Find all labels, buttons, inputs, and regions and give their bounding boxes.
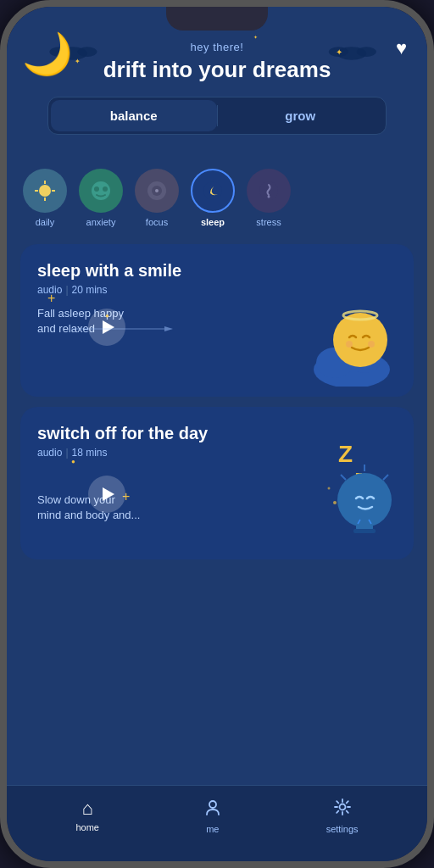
svg-point-29 — [337, 473, 392, 527]
card1-title: sleep with a smile — [37, 261, 397, 281]
settings-icon — [333, 798, 352, 821]
svg-point-37 — [333, 501, 337, 504]
daily-circle — [23, 169, 67, 213]
sleep-label: sleep — [201, 217, 225, 227]
category-sleep[interactable]: sleep — [188, 169, 237, 227]
phone-frame: 🌙 ♥ ✦ ✦ ✦ hey there! drift into your dre… — [0, 0, 434, 868]
card1-duration: 20 mins — [72, 284, 108, 296]
sleep-circle — [191, 169, 235, 213]
home-label: home — [75, 822, 99, 832]
settings-label: settings — [326, 824, 359, 834]
daily-label: daily — [36, 217, 55, 227]
category-stress[interactable]: stress — [244, 169, 293, 227]
svg-point-12 — [94, 186, 99, 192]
stress-circle — [247, 169, 291, 213]
balance-toggle-btn[interactable]: balance — [51, 100, 217, 131]
dot-deco-2: ● — [71, 458, 75, 465]
anxiety-label: anxiety — [86, 217, 116, 227]
svg-marker-21 — [164, 326, 173, 331]
card2-type: audio — [37, 447, 62, 459]
card2-play-button[interactable] — [88, 476, 125, 513]
card-sleep-smile[interactable]: + ● sleep with a smile audio | 20 mins F… — [20, 244, 414, 397]
favorite-button[interactable]: ♥ — [396, 37, 407, 59]
card1-illustration — [297, 302, 407, 390]
focus-label: focus — [146, 217, 168, 227]
svg-point-28 — [368, 341, 375, 348]
nav-settings[interactable]: settings — [309, 794, 376, 837]
svg-point-19 — [268, 196, 270, 198]
svg-point-38 — [328, 487, 331, 490]
grow-toggle-btn[interactable]: grow — [218, 100, 384, 131]
plus-deco-1: + — [47, 291, 55, 306]
nav-home[interactable]: ⌂ home — [58, 794, 116, 837]
card2-duration: 18 mins — [72, 447, 108, 459]
svg-point-16 — [155, 189, 159, 192]
home-icon: ⌂ — [82, 798, 93, 820]
card2-illustration — [314, 456, 407, 553]
svg-point-25 — [333, 313, 387, 367]
category-daily[interactable]: daily — [20, 169, 70, 227]
phone-screen: 🌙 ♥ ✦ ✦ ✦ hey there! drift into your dre… — [7, 7, 427, 861]
content-area: + ● sleep with a smile audio | 20 mins F… — [7, 237, 427, 785]
svg-point-27 — [346, 341, 353, 348]
categories-list: daily anxiety focus sleep — [7, 162, 427, 237]
category-anxiety[interactable]: anxiety — [76, 169, 125, 227]
play-triangle-2 — [103, 487, 114, 501]
me-icon — [203, 798, 222, 821]
bottom-navigation: ⌂ home me settin — [7, 785, 427, 861]
star-decoration-3: ✦ — [253, 34, 258, 40]
svg-line-35 — [383, 475, 388, 480]
me-label: me — [206, 824, 219, 834]
card-switch-off[interactable]: ● + switch off for the day audio | 18 mi… — [20, 407, 414, 559]
svg-point-13 — [103, 186, 108, 192]
focus-circle — [135, 169, 179, 213]
shooting-star — [71, 325, 173, 333]
stress-label: stress — [256, 217, 281, 227]
card1-meta: audio | 20 mins — [37, 284, 397, 296]
svg-point-11 — [92, 181, 110, 200]
greeting-text: hey there! — [27, 41, 407, 53]
star-decoration-1: ✦ — [336, 47, 342, 57]
svg-point-17 — [203, 181, 222, 200]
mode-toggle: balance grow — [47, 97, 387, 135]
anxiety-circle — [79, 169, 123, 213]
svg-point-6 — [39, 185, 51, 197]
hero-title: drift into your dreams — [27, 57, 407, 83]
category-focus[interactable]: focus — [132, 169, 181, 227]
star-decoration-2: ✦ — [75, 58, 81, 65]
notch — [166, 7, 268, 31]
nav-me[interactable]: me — [186, 794, 239, 837]
svg-line-36 — [341, 475, 346, 480]
svg-point-39 — [209, 801, 216, 808]
moon-decoration: 🌙 — [22, 31, 73, 78]
svg-point-40 — [339, 804, 345, 810]
svg-rect-31 — [353, 529, 376, 533]
